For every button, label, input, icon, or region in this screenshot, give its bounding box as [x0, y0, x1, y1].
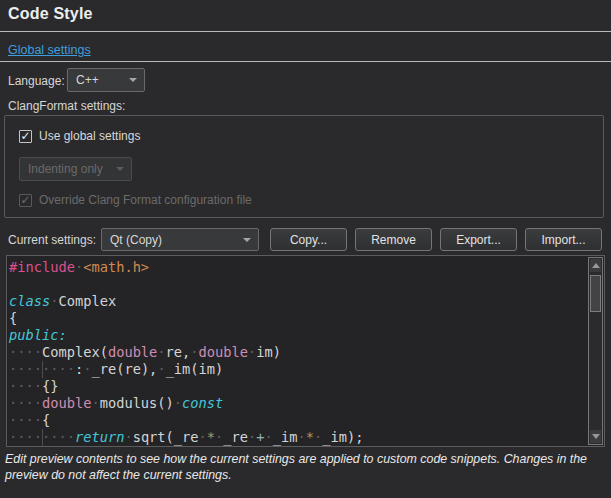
checkbox-box: ✓: [19, 130, 32, 143]
scrollbar-up-button[interactable]: [590, 259, 601, 272]
use-global-settings-checkbox[interactable]: ✓ Use global settings: [19, 129, 140, 143]
clangformat-groupbox: ✓ Use global settings Indenting only ✓ O…: [4, 115, 604, 218]
language-label: Language:: [8, 74, 65, 88]
chevron-down-icon: [243, 238, 251, 242]
page-title: Code Style: [8, 5, 93, 23]
code-editor-content[interactable]: #include·<math.h>class·Complex{public:··…: [9, 259, 587, 446]
code-line: ····{}: [9, 378, 587, 395]
code-line: {: [9, 310, 587, 327]
current-settings-label: Current settings:: [8, 233, 96, 247]
checkmark-icon: ✓: [20, 194, 30, 206]
chevron-down-icon: [129, 78, 137, 82]
code-line: class·Complex: [9, 293, 587, 310]
current-settings-value: Qt (Copy): [110, 233, 162, 247]
scrollbar-down-button[interactable]: [590, 430, 601, 443]
vertical-scrollbar[interactable]: [588, 257, 603, 445]
import-button[interactable]: Import...: [525, 228, 602, 251]
global-settings-link[interactable]: Global settings: [8, 43, 91, 57]
current-settings-select[interactable]: Qt (Copy): [101, 228, 259, 251]
language-select-value: C++: [76, 73, 99, 87]
formatting-mode-select: Indenting only: [19, 157, 132, 181]
code-line: ····double·modulus()·const: [9, 395, 587, 412]
scrollbar-thumb[interactable]: [590, 275, 601, 312]
override-clang-format-checkbox: ✓ Override Clang Format configuration fi…: [19, 193, 252, 207]
footer-note: Edit preview contents to see how the cur…: [5, 451, 606, 484]
arrow-up-icon: [592, 263, 600, 268]
checkbox-box: ✓: [19, 194, 32, 207]
export-button[interactable]: Export...: [440, 228, 517, 251]
chevron-down-icon: [116, 167, 124, 171]
code-line: [9, 276, 587, 293]
language-select[interactable]: C++: [67, 68, 145, 92]
override-clang-format-label: Override Clang Format configuration file: [39, 193, 252, 207]
code-line: ········return·sqrt(_re·*·_re·+·_im·*·_i…: [9, 429, 587, 446]
title-divider: [0, 31, 611, 32]
code-line: ········:·_re(re),·_im(im): [9, 361, 587, 378]
copy-button[interactable]: Copy...: [270, 228, 347, 251]
header-divider: [0, 61, 611, 62]
code-line: #include·<math.h>: [9, 259, 587, 276]
arrow-down-icon: [592, 434, 600, 439]
clangformat-settings-label: ClangFormat settings:: [8, 99, 125, 113]
code-preview-editor[interactable]: #include·<math.h>class·Complex{public:··…: [6, 255, 605, 447]
code-line: ····{: [9, 412, 587, 429]
checkmark-icon: ✓: [20, 130, 30, 142]
code-line: public:: [9, 327, 587, 344]
use-global-settings-label: Use global settings: [39, 129, 140, 143]
code-line: ····Complex(double·re,·double·im): [9, 344, 587, 361]
formatting-mode-value: Indenting only: [28, 162, 103, 176]
remove-button[interactable]: Remove: [355, 228, 432, 251]
